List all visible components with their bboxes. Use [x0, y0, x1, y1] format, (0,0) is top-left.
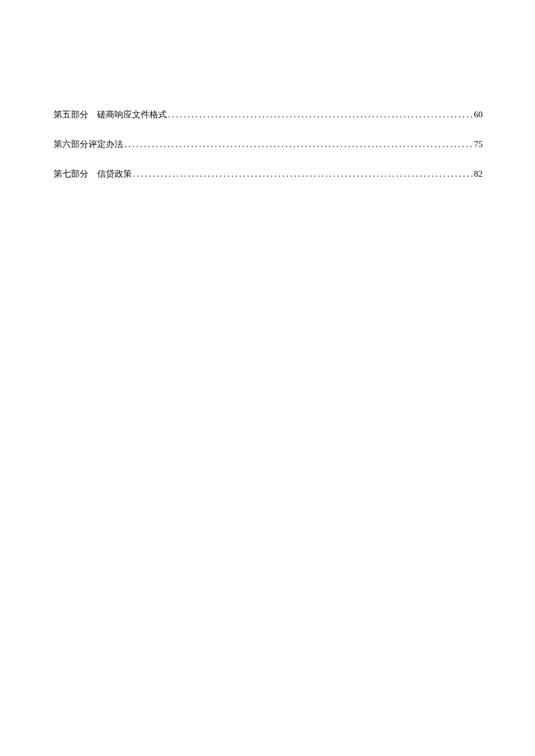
toc-entry: 第七部分 信贷政策 82 [54, 169, 483, 180]
toc-leader-dots [167, 110, 474, 120]
toc-leader-dots [123, 139, 474, 149]
toc-entry-label: 第七部分 信贷政策 [54, 169, 132, 180]
toc-entry-page-number: 60 [474, 110, 483, 120]
toc-entry-page-number: 82 [474, 169, 483, 179]
toc-entry-label: 第六部分评定办法 [54, 139, 123, 150]
toc-leader-dots [132, 169, 474, 179]
toc-entry-page-number: 75 [474, 139, 483, 149]
toc-entry: 第五部分 磋商响应文件格式 60 [54, 109, 483, 120]
document-page: 第五部分 磋商响应文件格式 60 第六部分评定办法 75 第七部分 信贷政策 8… [0, 0, 535, 180]
toc-entry-label: 第五部分 磋商响应文件格式 [54, 109, 167, 120]
toc-entry: 第六部分评定办法 75 [54, 139, 483, 150]
